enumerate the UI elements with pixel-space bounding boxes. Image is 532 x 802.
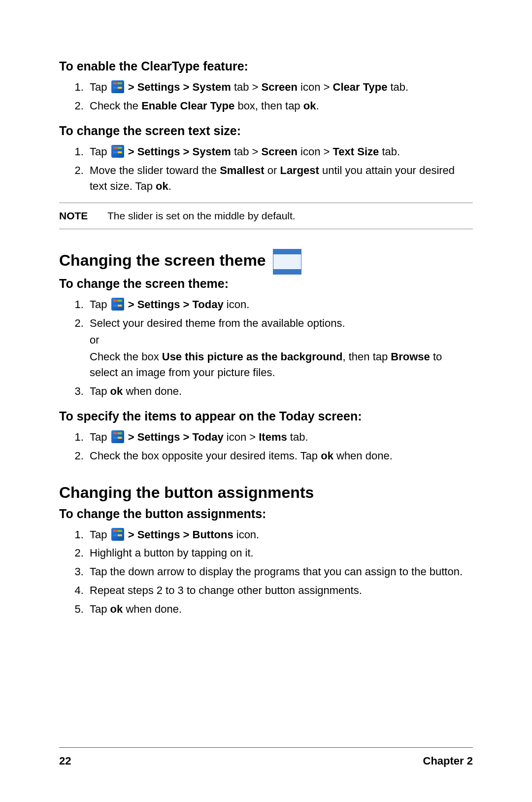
text: Tap — [90, 603, 110, 615]
text: ok — [303, 100, 316, 112]
heading-to-change-button-assignments: To change the button assignments: — [59, 507, 473, 521]
text: Screen — [262, 145, 298, 158]
text: Tap — [90, 385, 110, 397]
text: icon. — [224, 298, 250, 311]
steps-change-screen-theme: Tap > Settings > Today icon. Select your… — [59, 297, 473, 399]
text: > Settings > System — [125, 145, 231, 158]
heading-text: Changing the button assignments — [59, 484, 314, 502]
text: Check the box — [90, 350, 162, 363]
text: when done. — [123, 603, 182, 615]
text: Smallest — [220, 164, 265, 176]
text: when done. — [333, 450, 393, 462]
screenshot-thumb-icon — [273, 249, 301, 275]
heading-changing-button-assignments: Changing the button assignments — [59, 484, 473, 502]
heading-enable-cleartype: To enable the ClearType feature: — [59, 59, 473, 73]
heading-to-change-screen-theme: To change the screen theme: — [59, 277, 473, 291]
text: Largest — [280, 164, 319, 176]
start-icon — [111, 528, 124, 541]
list-item: Check the box opposite your desired item… — [87, 448, 473, 464]
heading-specify-today-items: To specify the items to appear on the To… — [59, 409, 473, 423]
heading-change-text-size: To change the screen text size: — [59, 124, 473, 138]
list-item: Check the Enable Clear Type box, then ta… — [87, 98, 473, 114]
text: or — [90, 332, 473, 348]
text: Screen — [262, 81, 298, 93]
text: > Settings > Today — [125, 298, 224, 311]
start-icon — [111, 145, 124, 158]
steps-specify-today-items: Tap > Settings > Today icon > Items tab.… — [59, 429, 473, 464]
text: box, then tap — [234, 100, 303, 112]
page-number: 22 — [59, 755, 71, 767]
text: ok — [110, 603, 123, 615]
text: Move the slider toward the — [90, 164, 220, 176]
text: ok — [156, 180, 168, 192]
text: . — [168, 180, 171, 192]
text: icon > — [298, 81, 333, 93]
list-item: Select your desired theme from the avail… — [87, 315, 473, 381]
list-item: Highlight a button by tapping on it. — [87, 545, 473, 561]
start-icon — [111, 80, 124, 93]
text: Check the box Use this picture as the ba… — [90, 349, 473, 381]
list-item: Tap ok when done. — [87, 384, 473, 399]
heading-changing-screen-theme: Changing the screen theme — [59, 249, 473, 272]
chapter-label: Chapter 2 — [423, 755, 473, 767]
text: > Settings > System — [125, 81, 231, 93]
note-label: NOTE — [59, 210, 94, 222]
text: Check the box opposite your desired item… — [90, 450, 321, 462]
text: icon > — [224, 431, 259, 443]
text: icon. — [233, 528, 260, 541]
manual-page: To enable the ClearType feature: Tap > S… — [0, 0, 532, 802]
text: tab > — [231, 81, 262, 93]
text: tab > — [231, 145, 262, 158]
text: Browse — [391, 350, 430, 363]
heading-text: Changing the screen theme — [59, 251, 266, 270]
text: ok — [321, 450, 333, 462]
page-footer: 22 Chapter 2 — [59, 747, 473, 767]
note-box: NOTE The slider is set on the middle by … — [59, 203, 473, 229]
list-item: Tap ok when done. — [87, 601, 473, 617]
text: > Settings > Today — [125, 431, 224, 443]
text: Enable Clear Type — [141, 100, 234, 112]
text: Tap — [90, 528, 110, 541]
list-item: Repeat steps 2 to 3 to change other butt… — [87, 583, 473, 598]
text: Clear Type — [333, 81, 388, 93]
note-text: The slider is set on the middle by defau… — [107, 210, 296, 222]
text: Use this picture as the background — [162, 350, 343, 363]
text: Tap — [90, 81, 110, 93]
steps-change-button-assignments: Tap > Settings > Buttons icon. Highlight… — [59, 527, 473, 617]
text: icon > — [298, 145, 333, 158]
text: Tap — [90, 145, 110, 158]
text: or — [265, 164, 280, 176]
text: , then tap — [343, 350, 391, 363]
text: > Settings > Buttons — [125, 528, 233, 541]
text: Items — [259, 431, 287, 443]
steps-enable-cleartype: Tap > Settings > System tab > Screen ico… — [59, 79, 473, 114]
list-item: Tap > Settings > Today icon. — [87, 297, 473, 313]
list-item: Tap > Settings > System tab > Screen ico… — [87, 144, 473, 160]
text: tab. — [287, 431, 308, 443]
text: Tap — [90, 298, 110, 311]
text: Check the — [90, 100, 141, 112]
text: ok — [110, 385, 123, 397]
list-item: Move the slider toward the Smallest or L… — [87, 163, 473, 194]
text: when done. — [123, 385, 182, 397]
text: . — [316, 100, 319, 112]
text: Select your desired theme from the avail… — [90, 317, 345, 329]
text: Text Size — [333, 145, 379, 158]
text: Tap — [90, 431, 110, 443]
start-icon — [111, 430, 124, 443]
steps-change-text-size: Tap > Settings > System tab > Screen ico… — [59, 144, 473, 194]
text: tab. — [387, 81, 408, 93]
list-item: Tap the down arrow to display the progra… — [87, 564, 473, 580]
start-icon — [111, 298, 124, 311]
list-item: Tap > Settings > Today icon > Items tab. — [87, 429, 473, 445]
list-item: Tap > Settings > System tab > Screen ico… — [87, 79, 473, 95]
text: tab. — [379, 145, 400, 158]
list-item: Tap > Settings > Buttons icon. — [87, 527, 473, 543]
